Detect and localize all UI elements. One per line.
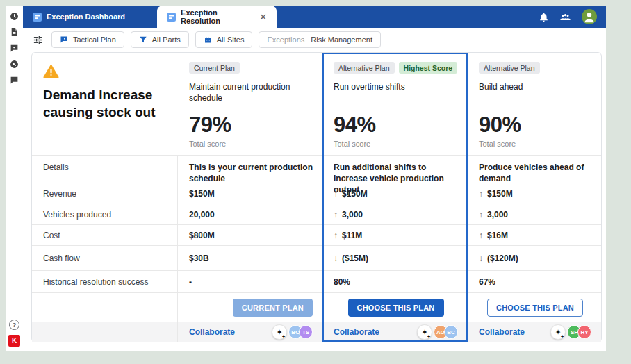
- app-icon: [33, 13, 42, 22]
- row-label-revenue: Revenue: [32, 183, 178, 204]
- row-label-cash-flow: Cash flow: [32, 245, 178, 270]
- history-icon[interactable]: [10, 11, 19, 21]
- top-bar: Exception Dashboard Exception Resolution…: [23, 6, 606, 28]
- exception-title: Demand increase causing stock out: [43, 86, 167, 121]
- feedback-icon[interactable]: [10, 75, 19, 85]
- tab-exception-dashboard[interactable]: Exception Dashboard: [23, 6, 157, 28]
- cost-value: ↑$11M: [322, 224, 468, 245]
- choose-plan-button[interactable]: CHOOSE THIS PLAN: [348, 299, 444, 317]
- comment-icon[interactable]: [10, 43, 19, 53]
- actions-row-spacer: [32, 292, 178, 322]
- plan-score-label: Total score: [479, 140, 590, 148]
- add-collaborator-button[interactable]: ✦+: [417, 324, 432, 340]
- plan-summary: Run overtime shifts: [334, 81, 457, 92]
- plan-comparison-card: Demand increase causing stock out Curren…: [31, 52, 602, 342]
- details-value: Produce vehicles ahead of demand: [468, 155, 601, 183]
- collaborate-link[interactable]: Collaborate: [189, 327, 235, 337]
- main-content: Tactical Plan All Parts All Sites Except…: [23, 28, 606, 351]
- plan-badge: Alternative Plan: [479, 62, 540, 74]
- plan-header-current: Current Plan Maintain current production…: [178, 53, 322, 155]
- comment-icon: [60, 35, 68, 44]
- chip-label: All Parts: [152, 35, 181, 44]
- row-label-cost: Cost: [32, 224, 178, 245]
- row-label-vehicles: Vehicles produced: [32, 204, 178, 224]
- action-cell: CHOOSE THIS PLAN: [322, 292, 468, 322]
- plan-score: 94%: [334, 113, 457, 138]
- revenue-value: ↑$150M: [468, 183, 601, 204]
- notifications-bell-icon[interactable]: [539, 12, 549, 22]
- exception-summary-cell: Demand increase causing stock out: [32, 53, 178, 155]
- plan-badge: Current Plan: [189, 62, 240, 74]
- avatar[interactable]: BC: [444, 325, 458, 339]
- app-icon: [167, 13, 176, 22]
- add-collaborator-button[interactable]: ✦+: [550, 324, 566, 340]
- cash-flow-value: ↓($120M): [468, 245, 601, 270]
- plan-badge: Alternative Plan: [334, 62, 395, 74]
- trend-down-icon: ↓: [334, 254, 338, 263]
- cash-flow-value: $30B: [178, 245, 322, 270]
- breadcrumb-chip[interactable]: Exceptions Risk Management: [259, 31, 380, 48]
- breadcrumb-current: Risk Management: [311, 35, 372, 44]
- plan-summary: Maintain current production schedule: [189, 81, 311, 104]
- choose-plan-button[interactable]: CHOOSE THIS PLAN: [487, 299, 583, 317]
- filter-bar: Tactical Plan All Parts All Sites Except…: [23, 28, 606, 51]
- user-avatar[interactable]: [582, 9, 597, 24]
- details-value: This is your current production schedule: [178, 155, 322, 183]
- collaborate-cell: Collaborate ✦+ AO BC: [322, 322, 468, 342]
- trend-up-icon: ↑: [334, 189, 338, 199]
- tab-exception-resolution[interactable]: Exception Resolution ✕: [157, 6, 277, 28]
- filter-chip-all-sites[interactable]: All Sites: [195, 31, 253, 48]
- warning-icon: [43, 64, 59, 78]
- historical-value: 67%: [468, 270, 601, 292]
- details-value: Run additional shifts to increase vehicl…: [322, 155, 468, 183]
- trend-up-icon: ↑: [334, 210, 338, 220]
- row-label-historical: Historical resolution success: [32, 270, 178, 292]
- k-logo[interactable]: K: [8, 335, 20, 347]
- divider: [334, 106, 457, 106]
- vehicles-value: ↑3,000: [322, 204, 468, 224]
- add-collaborator-button[interactable]: ✦+: [272, 324, 287, 340]
- tab-label: Exception Dashboard: [47, 13, 125, 21]
- collaborate-link[interactable]: Collaborate: [479, 327, 525, 337]
- plan-score-label: Total score: [189, 140, 311, 148]
- breadcrumb-parent: Exceptions: [267, 35, 304, 44]
- trend-up-icon: ↑: [479, 210, 483, 220]
- historical-value: -: [178, 270, 322, 292]
- help-icon[interactable]: ?: [9, 320, 19, 330]
- trend-up-icon: ↑: [479, 231, 483, 240]
- historical-value: 80%: [322, 270, 468, 292]
- avatar[interactable]: HY: [577, 325, 591, 339]
- revenue-value: $150M: [178, 183, 322, 204]
- trend-up-icon: ↑: [334, 231, 338, 240]
- cost-value: $800M: [178, 224, 322, 245]
- trend-down-icon: ↓: [479, 254, 483, 263]
- close-icon[interactable]: ✕: [258, 12, 268, 22]
- document-icon[interactable]: [10, 27, 19, 37]
- cost-value: ↑$16M: [468, 224, 601, 245]
- sites-icon: [204, 35, 212, 44]
- funnel-icon: [139, 35, 147, 44]
- collaborate-link[interactable]: Collaborate: [334, 327, 379, 337]
- chip-label: All Sites: [217, 35, 245, 44]
- filter-chip-all-parts[interactable]: All Parts: [131, 31, 189, 48]
- plan-score: 79%: [189, 113, 311, 138]
- divider: [189, 106, 311, 106]
- highest-score-badge: Highest Score: [399, 62, 458, 74]
- current-plan-button[interactable]: CURRENT PLAN: [233, 299, 313, 317]
- left-rail: ? K: [6, 6, 23, 351]
- collaborate-cell: Collaborate ✦+ BC TS: [178, 322, 322, 342]
- vehicles-value: ↑3,000: [468, 204, 601, 224]
- cash-flow-value: ↓($15M): [322, 245, 468, 270]
- people-group-icon[interactable]: [559, 12, 571, 22]
- share-icon[interactable]: [10, 59, 19, 69]
- tune-icon[interactable]: [30, 32, 45, 47]
- plan-score: 90%: [479, 113, 590, 138]
- avatar[interactable]: TS: [299, 325, 313, 339]
- vehicles-value: 20,000: [178, 204, 322, 224]
- collaborate-row-spacer: [32, 322, 178, 342]
- trend-up-icon: ↑: [479, 189, 483, 199]
- divider: [479, 106, 590, 106]
- revenue-value: ↑$150M: [322, 183, 468, 204]
- filter-chip-tactical-plan[interactable]: Tactical Plan: [51, 31, 124, 48]
- plan-score-label: Total score: [334, 140, 457, 148]
